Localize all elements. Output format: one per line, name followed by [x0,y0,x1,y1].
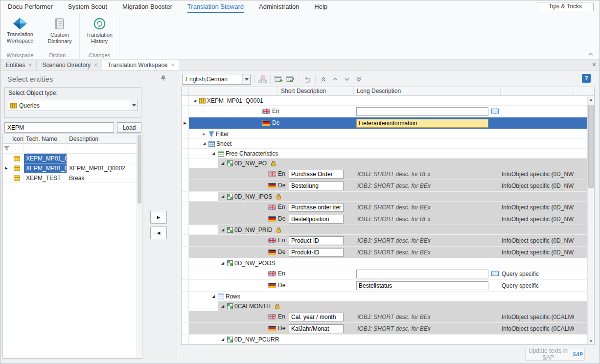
scrollbar-thumb[interactable] [138,135,141,204]
confirm-translation-icon[interactable] [285,74,296,85]
pin-icon[interactable] [161,75,166,83]
entity-tech-name[interactable]: XEPM_MP01_Q... [24,163,67,173]
entity-description[interactable]: Break [67,173,137,182]
filter-cell[interactable] [24,144,67,153]
book-lookup-icon[interactable] [491,108,499,114]
load-button[interactable]: Load [117,122,141,133]
short-description-input[interactable] [289,248,344,257]
entity-row[interactable]: XEPM_MP01_Q... [3,154,142,163]
tree-node-row[interactable]: ◢0D_NW_PO [182,159,587,168]
collapse-toggle-icon[interactable]: ◢ [201,141,207,146]
ribbon-button-translation-workspace[interactable]: TranslationWorkspace [3,16,37,44]
translation-row[interactable]: DeIOBJ: SHORT desc. for BExInfoObject sp… [182,323,587,335]
menu-item-migration-booster[interactable]: Migration Booster [122,0,172,13]
collapse-toggle-icon[interactable]: ◢ [210,151,216,156]
entity-description[interactable]: XEPM_MP01_Q0002 [67,163,137,173]
entity-search-input[interactable] [4,122,114,133]
translation-row[interactable]: DeIOBJ: SHORT desc. for BExInfoObject sp… [182,180,587,192]
collapse-toggle-icon[interactable]: ◢ [192,98,198,103]
ribbon-button-translation-history[interactable]: TranslationHistory [83,16,116,45]
object-type-dropdown[interactable]: Queries [8,100,138,111]
short-description-input[interactable] [289,203,344,212]
hierarchy-icon[interactable] [257,74,268,85]
translation-grid-scrollbar[interactable]: ▲ ▼ [587,96,594,344]
translation-row[interactable]: EnIOBJ: SHORT desc. for BExInfoObject sp… [182,168,587,180]
menu-item-docu-performer[interactable]: Docu Performer [8,0,53,13]
menu-item-help[interactable]: Help [314,0,327,13]
chevron-down-icon[interactable] [130,100,138,111]
translation-row[interactable]: DeQuery specific [182,280,587,292]
long-description-input[interactable] [356,107,488,116]
scroll-down-icon[interactable]: ▼ [588,338,594,344]
column-header-tech-name[interactable]: Tech. Name [24,134,67,144]
tree-node-row[interactable]: ◢Sheet [182,139,587,149]
short-description-input[interactable] [289,182,344,190]
short-description-input[interactable] [289,170,344,179]
tree-node-row[interactable]: ◢0D_NW_PRID [182,225,587,235]
collapse-toggle-icon[interactable]: ◢ [220,194,226,199]
tree-node-row[interactable]: ◢0D_NW_IPOS [182,192,587,202]
entity-description[interactable] [67,154,137,163]
entity-tech-name[interactable]: XEPM_TEST [24,173,67,182]
close-icon[interactable]: × [171,63,174,68]
tab-translation-workspace[interactable]: Translation Workspace× [102,60,179,70]
translation-row[interactable]: DeIOBJ: SHORT desc. for BExInfoObject sp… [182,247,587,258]
menu-item-translation-steward[interactable]: Translation Steward [187,0,244,13]
expand-toggle-icon[interactable]: ▸ [201,131,207,136]
translation-row[interactable]: En [182,106,587,117]
move-up-icon[interactable] [330,74,341,85]
menu-item-system-scout[interactable]: System Scout [68,0,107,13]
tab-entities[interactable]: Entities× [0,60,37,70]
collapse-toggle-icon[interactable]: ◢ [220,161,226,165]
entity-tech-name[interactable]: XEPM_MP01_Q... [24,154,67,163]
ribbon-button-custom-dictionary[interactable]: CustomDictionary [43,16,76,45]
translation-row[interactable]: EnQuery specific [182,268,587,280]
menu-item-administration[interactable]: Administration [259,0,299,13]
book-lookup-icon[interactable] [491,271,499,277]
column-header-tree[interactable] [189,87,278,96]
entity-table-scrollbar[interactable] [137,134,142,358]
scroll-up-icon[interactable]: ▲ [588,96,594,103]
tree-node-row[interactable]: ◢0D_NW_POOS [182,258,587,268]
move-right-button[interactable]: ▶ [150,211,167,224]
translation-row[interactable]: EnIOBJ: SHORT desc. for BExInfoObject sp… [182,311,587,323]
column-header-scope[interactable] [501,87,574,96]
close-icon[interactable]: × [94,63,97,68]
auto-filter-row[interactable] [3,144,142,154]
column-header-description[interactable]: Description [67,134,137,144]
translation-row[interactable]: DeIOBJ: SHORT desc. for BExInfoObject sp… [182,213,587,225]
tips-and-tricks-button[interactable]: Tips & Tricks [537,2,594,11]
column-header-icon[interactable]: Icon [10,134,24,144]
move-last-icon[interactable] [353,74,364,85]
short-description-input[interactable] [289,324,344,333]
column-header-long-description[interactable]: Long Description [354,87,501,96]
translation-row[interactable]: EnIOBJ: SHORT desc. for BExInfoObject sp… [182,235,587,247]
tree-node-row[interactable]: ◢Free Characteristics [182,149,587,159]
move-first-icon[interactable] [318,74,329,85]
tree-node-row[interactable]: ◢0D_NW_PCURR [182,335,587,344]
close-icon[interactable]: × [28,63,32,68]
scrollbar-thumb[interactable] [588,105,594,188]
collapse-toggle-icon[interactable]: ◢ [220,228,226,232]
undo-icon[interactable] [301,74,312,85]
filter-cell[interactable] [67,144,137,153]
add-translation-icon[interactable] [273,74,284,85]
tree-node-row[interactable]: ◢0CALMONTH [182,301,587,311]
long-description-input[interactable] [356,281,488,290]
collapse-toggle-icon[interactable]: ◢ [220,337,226,341]
long-description-input[interactable] [356,270,488,278]
tabbar-close-icon[interactable]: × [592,61,596,68]
entity-row[interactable]: XEPM_TESTBreak [3,173,142,183]
tab-scenario-directory[interactable]: Scenario Directory× [37,60,102,70]
tree-node-row[interactable]: ◢XEPM_MP01_Q0001 [182,96,587,106]
help-button[interactable]: ? [582,74,591,83]
filter-cell[interactable] [10,144,24,153]
collapse-toggle-icon[interactable]: ◢ [220,261,226,265]
short-description-input[interactable] [289,236,344,245]
entity-row[interactable]: ▶XEPM_MP01_Q...XEPM_MP01_Q0002 [3,163,142,173]
update-texts-in-sap-button[interactable]: Update texts in SAP SAP [525,348,585,361]
column-header-short-description[interactable]: Short Description [278,87,354,96]
collapse-toggle-icon[interactable]: ◢ [220,304,226,308]
move-down-icon[interactable] [342,74,352,85]
short-description-input[interactable] [289,215,344,224]
